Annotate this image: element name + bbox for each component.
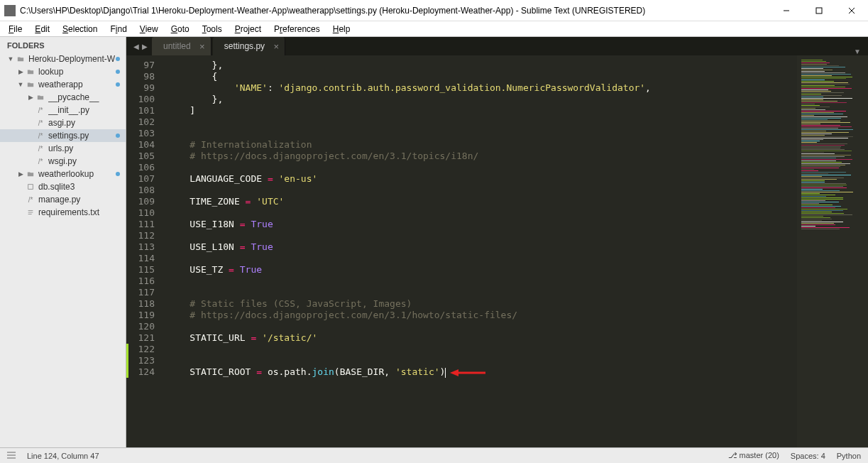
tab-close-icon[interactable]: × bbox=[199, 41, 205, 52]
disclosure-icon[interactable]: ▼ bbox=[17, 81, 24, 88]
menu-view[interactable]: View bbox=[134, 23, 164, 36]
file-item-settings.py[interactable]: /*settings.py bbox=[0, 129, 126, 142]
file-item-urls.py[interactable]: /*urls.py bbox=[0, 142, 126, 155]
disclosure-icon[interactable]: ▶ bbox=[17, 68, 24, 75]
line-number: 121 bbox=[126, 332, 165, 344]
code-line[interactable]: # https://docs.djangoproject.com/en/3.1/… bbox=[165, 151, 797, 162]
code-line[interactable] bbox=[165, 253, 797, 264]
code-line[interactable]: 'NAME': 'django.contrib.auth.password_va… bbox=[165, 82, 797, 94]
sidebar-header: FOLDERS bbox=[0, 37, 126, 53]
tab-next-icon[interactable]: ▶ bbox=[142, 43, 148, 50]
line-number: 114 bbox=[126, 253, 165, 264]
code-line[interactable]: LANGUAGE_CODE = 'en-us' bbox=[165, 173, 797, 185]
folder-item-__pycache__[interactable]: ▶__pycache__ bbox=[0, 91, 126, 104]
code-line[interactable] bbox=[165, 321, 797, 332]
line-number: 109 bbox=[126, 196, 165, 207]
folder-tree[interactable]: ▼Heroku-Deployment-W▶lookup▼weatherapp▶_… bbox=[0, 53, 126, 447]
disclosure-icon[interactable]: ▶ bbox=[27, 94, 34, 101]
gutter: 9798991001011021031041051061071081091101… bbox=[126, 55, 165, 447]
text-cursor bbox=[445, 368, 446, 378]
line-number: 107 bbox=[126, 173, 165, 185]
code-line[interactable]: STATIC_ROOT = os.path.join(BASE_DIR, 'st… bbox=[165, 366, 797, 378]
code-line[interactable] bbox=[165, 230, 797, 241]
file-item-manage.py[interactable]: /*manage.py bbox=[0, 193, 126, 206]
file-item-wsgi.py[interactable]: /*wsgi.py bbox=[0, 155, 126, 168]
code-line[interactable] bbox=[165, 355, 797, 366]
minimap[interactable] bbox=[797, 55, 868, 447]
menu-edit[interactable]: Edit bbox=[29, 23, 55, 36]
folder-item-lookup[interactable]: ▶lookup bbox=[0, 65, 126, 78]
status-spaces[interactable]: Spaces: 4 bbox=[791, 452, 825, 460]
menu-find[interactable]: Find bbox=[104, 23, 132, 36]
folder-item-weatherapp[interactable]: ▼weatherapp bbox=[0, 78, 126, 91]
file-item-db.sqlite3[interactable]: db.sqlite3 bbox=[0, 180, 126, 193]
svg-rect-1 bbox=[816, 8, 822, 13]
tree-item-label: lookup bbox=[38, 67, 121, 77]
folder-item-weatherlookup[interactable]: ▶weatherlookup bbox=[0, 168, 126, 180]
line-number: 113 bbox=[126, 241, 165, 253]
line-number: 119 bbox=[126, 310, 165, 321]
code-line[interactable] bbox=[165, 162, 797, 173]
tab-prev-icon[interactable]: ◀ bbox=[133, 43, 139, 50]
code-line[interactable]: TIME_ZONE = 'UTC' bbox=[165, 196, 797, 207]
tree-item-label: weatherapp bbox=[38, 80, 121, 89]
menu-goto[interactable]: Goto bbox=[165, 23, 195, 36]
code-line[interactable]: USE_I18N = True bbox=[165, 219, 797, 230]
disclosure-icon[interactable]: ▼ bbox=[7, 55, 14, 62]
tab-close-icon[interactable]: × bbox=[273, 41, 279, 52]
tree-item-label: __pycache__ bbox=[48, 92, 121, 102]
tab-nav[interactable]: ◀ ▶ bbox=[129, 37, 152, 55]
status-syntax[interactable]: Python bbox=[837, 452, 861, 460]
python-file-icon: /* bbox=[26, 195, 35, 205]
code-line[interactable]: # https://docs.djangoproject.com/en/3.1/… bbox=[165, 310, 797, 321]
close-button[interactable] bbox=[835, 0, 868, 21]
line-number: 123 bbox=[126, 355, 165, 366]
code-line[interactable]: }, bbox=[165, 60, 797, 71]
menu-help[interactable]: Help bbox=[327, 23, 356, 36]
tab-untitled[interactable]: untitled× bbox=[152, 37, 211, 55]
menu-preferences[interactable]: Preferences bbox=[268, 23, 326, 36]
code-line[interactable] bbox=[165, 185, 797, 196]
folder-item-heroku-deployment-w[interactable]: ▼Heroku-Deployment-W bbox=[0, 53, 126, 65]
editor[interactable]: 9798991001011021031041051061071081091101… bbox=[126, 55, 868, 447]
line-number: 120 bbox=[126, 321, 165, 332]
file-item-__init__.py[interactable]: /*__init__.py bbox=[0, 104, 126, 116]
minimize-button[interactable] bbox=[770, 0, 803, 21]
code-line[interactable] bbox=[165, 116, 797, 128]
code-line[interactable] bbox=[165, 276, 797, 287]
code-line[interactable] bbox=[165, 287, 797, 298]
code-line[interactable]: STATIC_URL = '/static/' bbox=[165, 332, 797, 344]
code-line[interactable]: # Internationalization bbox=[165, 139, 797, 151]
file-item-asgi.py[interactable]: /*asgi.py bbox=[0, 116, 126, 129]
code-line[interactable]: # Static files (CSS, JavaScript, Images) bbox=[165, 298, 797, 310]
code-line[interactable]: }, bbox=[165, 94, 797, 105]
folder-icon bbox=[35, 92, 45, 102]
python-file-icon: /* bbox=[35, 143, 45, 153]
menu-project[interactable]: Project bbox=[229, 23, 267, 36]
sidebar: FOLDERS ▼Heroku-Deployment-W▶lookup▼weat… bbox=[0, 37, 126, 447]
line-number: 101 bbox=[126, 105, 165, 116]
status-branch[interactable]: ⎇ master (20) bbox=[728, 451, 779, 460]
modified-dot-icon bbox=[116, 70, 120, 74]
code-line[interactable]: { bbox=[165, 71, 797, 82]
menu-tools[interactable]: Tools bbox=[197, 23, 228, 36]
tab-settings-py[interactable]: settings.py× bbox=[213, 37, 285, 55]
code-line[interactable]: USE_TZ = True bbox=[165, 264, 797, 276]
code-line[interactable] bbox=[165, 344, 797, 355]
modified-dot-icon bbox=[116, 134, 120, 138]
file-item-requirements.txt[interactable]: requirements.txt bbox=[0, 206, 126, 219]
code-line[interactable]: ] bbox=[165, 105, 797, 116]
code-area[interactable]: }, { 'NAME': 'django.contrib.auth.passwo… bbox=[165, 55, 797, 447]
menu-selection[interactable]: Selection bbox=[57, 23, 103, 36]
hamburger-icon[interactable] bbox=[7, 452, 16, 460]
code-line[interactable] bbox=[165, 207, 797, 219]
menu-file[interactable]: File bbox=[3, 23, 28, 36]
line-number: 110 bbox=[126, 207, 165, 219]
annotation-arrow-icon bbox=[450, 366, 485, 377]
tab-overflow[interactable]: ▼ bbox=[847, 48, 868, 55]
code-line[interactable] bbox=[165, 128, 797, 139]
maximize-button[interactable] bbox=[803, 0, 835, 21]
disclosure-icon[interactable]: ▶ bbox=[17, 170, 24, 178]
status-position[interactable]: Line 124, Column 47 bbox=[27, 452, 99, 460]
code-line[interactable]: USE_L10N = True bbox=[165, 241, 797, 253]
